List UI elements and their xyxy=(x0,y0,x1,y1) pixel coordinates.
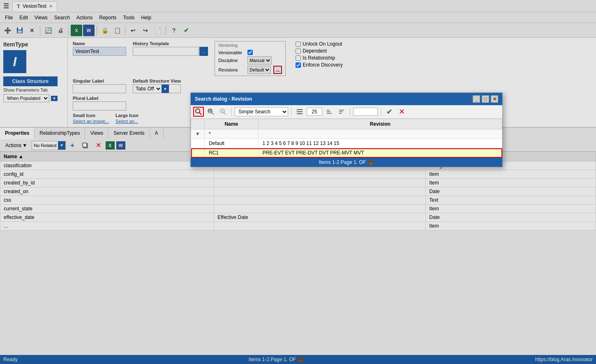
modal-sort-asc-btn[interactable] xyxy=(324,107,335,117)
modal-close-btn[interactable]: ✕ xyxy=(491,95,498,103)
expand-cell[interactable]: ▼ xyxy=(191,129,205,139)
modal-search-btn2[interactable] xyxy=(206,107,216,117)
svg-line-6 xyxy=(199,113,201,115)
search-text-input[interactable] xyxy=(353,108,378,116)
expand-col-header xyxy=(191,119,205,129)
revision-name-header[interactable]: Name xyxy=(204,119,258,129)
modal-toolbar-sep1 xyxy=(231,108,232,116)
revision-table: Name Revision ▼ * Default 1 2 3 4 5 6 7 … xyxy=(191,119,502,158)
modal-maximize-btn[interactable]: □ xyxy=(482,95,489,103)
modal-title-bar: Search dialog - Revision _ □ ✕ xyxy=(191,93,502,105)
svg-rect-16 xyxy=(297,113,303,114)
modal-overlay: Search dialog - Revision _ □ ✕ xyxy=(0,0,596,364)
modal-toolbar: Simple Search Advanced Search xyxy=(191,105,502,119)
revision-value-cell: 1 2 3 4 5 6 7 8 9 10 11 12 13 14 15 xyxy=(258,139,502,148)
modal-toolbar-sep4 xyxy=(381,108,381,116)
modal-title: Search dialog - Revision xyxy=(195,96,252,102)
modal-sort-desc-btn[interactable] xyxy=(336,107,347,117)
search-type-select[interactable]: Simple Search Advanced Search xyxy=(235,107,288,116)
modal-footer-text: Items 1-2.Page 1. OF xyxy=(319,159,366,165)
modal-toolbar-sep3 xyxy=(350,108,350,116)
modal-confirm-btn[interactable]: ✔ xyxy=(384,107,395,117)
revision-name-cell: Default xyxy=(204,139,258,148)
revision-name-cell: RC1 xyxy=(204,148,258,158)
modal-cancel-btn[interactable]: ✕ xyxy=(396,107,407,117)
modal-list-view-btn[interactable] xyxy=(294,107,305,117)
revision-col-header[interactable]: Revision xyxy=(258,119,502,129)
page-size-input[interactable] xyxy=(307,108,322,116)
svg-rect-14 xyxy=(297,109,303,110)
expand-cell xyxy=(191,139,205,148)
svg-line-12 xyxy=(224,113,226,115)
modal-table-container: Name Revision ▼ * Default 1 2 3 4 5 6 7 … xyxy=(191,119,502,158)
modal-search-btn3[interactable] xyxy=(218,107,229,117)
revision-row-asterisk[interactable]: ▼ * xyxy=(191,129,502,139)
modal-search-active-btn[interactable] xyxy=(193,107,204,117)
revision-value-cell xyxy=(258,129,502,139)
revision-row-rc1[interactable]: RC1 PRE-EVT EVT PRE-DVT DVT PRE-MVT MVT xyxy=(191,148,502,158)
modal-footer-page-btn[interactable]: ... xyxy=(367,160,374,165)
expand-cell xyxy=(191,148,205,158)
svg-line-13 xyxy=(222,110,223,112)
revision-value-cell: PRE-EVT EVT PRE-DVT DVT PRE-MVT MVT xyxy=(258,148,502,158)
svg-line-8 xyxy=(212,113,214,115)
svg-rect-15 xyxy=(297,111,303,112)
revision-row-default[interactable]: Default 1 2 3 4 5 6 7 8 9 10 11 12 13 14… xyxy=(191,139,502,148)
svg-point-5 xyxy=(196,109,200,113)
modal-footer: Items 1-2.Page 1. OF ... xyxy=(191,158,502,167)
modal-title-buttons: _ □ ✕ xyxy=(473,95,498,103)
search-dialog: Search dialog - Revision _ □ ✕ xyxy=(190,92,503,167)
revision-name-cell: * xyxy=(204,129,258,139)
modal-toolbar-sep2 xyxy=(291,108,291,116)
modal-minimize-btn[interactable]: _ xyxy=(473,95,480,103)
svg-point-7 xyxy=(208,109,212,113)
